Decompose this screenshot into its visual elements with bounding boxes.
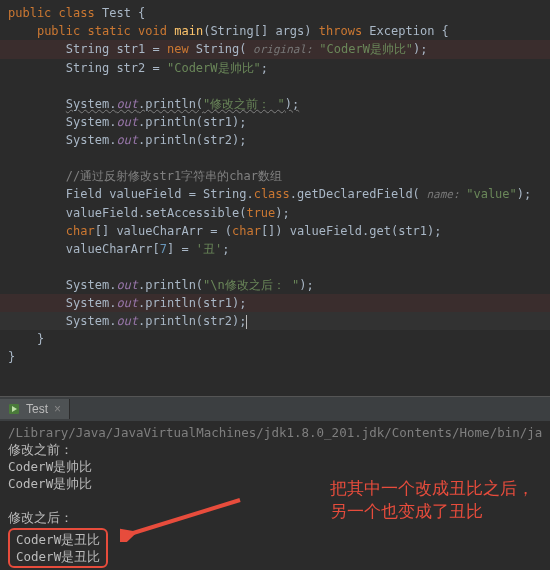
keyword: char [66, 224, 95, 238]
console-line: CoderW是丑比 [16, 548, 100, 565]
code-line[interactable] [0, 77, 550, 95]
code-line[interactable]: char[] valueCharArr = (char[]) valueFiel… [0, 222, 550, 240]
text-caret [246, 315, 247, 329]
code-line[interactable]: valueField.setAccessible(true); [0, 204, 550, 222]
string-literal: "CoderW是帅比" [167, 61, 261, 75]
code-line[interactable]: System.out.println(str1); [0, 113, 550, 131]
code-line[interactable] [0, 258, 550, 276]
keyword: class [254, 187, 290, 201]
code-editor[interactable]: public class Test { public static void m… [0, 0, 550, 396]
param-hint: name: [420, 188, 466, 201]
run-tab-test[interactable]: Test × [0, 399, 70, 419]
console-line: CoderW是帅比 [8, 458, 542, 475]
param-hint: original: [246, 43, 319, 56]
keyword: public [8, 6, 51, 20]
comment: //通过反射修改str1字符串的char数组 [66, 169, 282, 183]
code-line[interactable]: //通过反射修改str1字符串的char数组 [0, 167, 550, 185]
keyword: public [37, 24, 80, 38]
code-line[interactable]: System.out.println(str1); [0, 294, 550, 312]
annotation-line: 另一个也变成了丑比 [330, 501, 534, 524]
code-line[interactable]: public static void main(String[] args) t… [0, 22, 550, 40]
number-literal: 7 [160, 242, 167, 256]
string-literal: "CoderW是帅比" [319, 42, 413, 56]
code-line[interactable]: Field valueField = String.class.getDecla… [0, 185, 550, 204]
class-name: Test [102, 6, 131, 20]
code-line[interactable]: System.out.println("\n修改之后： "); [0, 276, 550, 294]
code-line[interactable]: public class Test { [0, 4, 550, 22]
field: out [116, 314, 138, 328]
method-name: main [174, 24, 203, 38]
string-literal: "修改之前： " [203, 97, 285, 111]
code-line[interactable]: String str1 = new String( original: "Cod… [0, 40, 550, 59]
code-line[interactable]: String str2 = "CoderW是帅比"; [0, 59, 550, 77]
brace: } [37, 332, 44, 346]
console-command: /Library/Java/JavaVirtualMachines/jdk1.8… [8, 424, 542, 441]
run-config-icon [8, 403, 20, 415]
code-line[interactable]: } [0, 330, 550, 348]
code-line[interactable]: System.out.println(str2); [0, 312, 550, 330]
keyword: throws [319, 24, 362, 38]
run-tab-bar: Test × [0, 396, 550, 422]
field: out [116, 296, 138, 310]
brace: } [8, 350, 15, 364]
console-output[interactable]: /Library/Java/JavaVirtualMachines/jdk1.8… [0, 422, 550, 570]
string-literal: "\n修改之后： " [203, 278, 299, 292]
code-line[interactable]: System.out.println("修改之前： "); [0, 95, 550, 113]
annotation-line: 把其中一个改成丑比之后， [330, 478, 534, 501]
console-line: 修改之前： [8, 441, 542, 458]
field: out [116, 97, 138, 111]
keyword: new [167, 42, 189, 56]
code-line[interactable] [0, 149, 550, 167]
annotation-highlight-box: CoderW是丑比 CoderW是丑比 [8, 528, 108, 568]
string-literal: "value" [466, 187, 517, 201]
keyword: class [59, 6, 95, 20]
field: out [116, 278, 138, 292]
char-literal: '丑' [196, 242, 222, 256]
field: out [116, 133, 138, 147]
annotation-text: 把其中一个改成丑比之后， 另一个也变成了丑比 [330, 478, 534, 524]
code-line[interactable]: } [0, 348, 550, 366]
keyword: void [138, 24, 167, 38]
keyword: true [246, 206, 275, 220]
console-line: CoderW是丑比 [16, 531, 100, 548]
field: out [116, 115, 138, 129]
keyword: char [232, 224, 261, 238]
close-icon[interactable]: × [54, 402, 61, 416]
run-tab-label: Test [26, 402, 48, 416]
keyword: static [88, 24, 131, 38]
code-line[interactable]: System.out.println(str2); [0, 131, 550, 149]
code-line[interactable]: valueCharArr[7] = '丑'; [0, 240, 550, 258]
brace: { [131, 6, 145, 20]
